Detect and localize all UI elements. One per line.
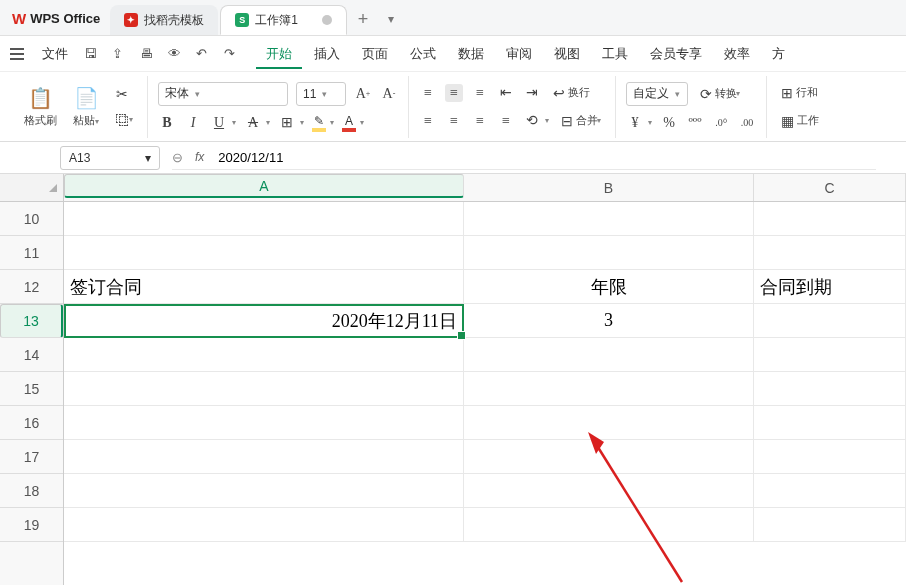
col-header-A[interactable]: A — [64, 174, 464, 198]
align-left-button[interactable]: ≡ — [419, 112, 437, 130]
cell[interactable] — [464, 474, 754, 507]
grow-font-button[interactable]: A+ — [354, 85, 372, 103]
col-header-B[interactable]: B — [464, 174, 754, 201]
row-header[interactable]: 19 — [0, 508, 63, 542]
row-header[interactable]: 18 — [0, 474, 63, 508]
cancel-formula-icon[interactable]: ⊖ — [172, 150, 183, 165]
col-header-C[interactable]: C — [754, 174, 906, 201]
align-bottom-button[interactable]: ≡ — [471, 84, 489, 102]
cell[interactable] — [64, 440, 464, 473]
number-format-select[interactable]: 自定义▾ — [626, 82, 688, 106]
transform-button[interactable]: ⟳转换▾ — [696, 84, 744, 104]
print-icon[interactable]: 🖶 — [140, 46, 156, 62]
border-button[interactable]: ⊞ — [278, 114, 296, 132]
row-header[interactable]: 16 — [0, 406, 63, 440]
align-right-button[interactable]: ≡ — [471, 112, 489, 130]
formula-input[interactable] — [216, 149, 876, 166]
menu-formula[interactable]: 公式 — [400, 39, 446, 69]
file-menu[interactable]: 文件 — [32, 39, 78, 69]
font-color-button[interactable]: A — [342, 114, 356, 132]
wrap-button[interactable]: ↩换行 — [549, 83, 594, 103]
cell[interactable] — [754, 338, 906, 371]
decrease-decimal-button[interactable]: .0⁰ — [712, 114, 730, 132]
cell[interactable] — [464, 372, 754, 405]
hamburger-icon[interactable] — [10, 48, 24, 60]
cell[interactable] — [64, 372, 464, 405]
cell[interactable] — [64, 202, 464, 235]
format-painter-button[interactable]: 📋 格式刷 — [20, 86, 60, 128]
cell[interactable] — [464, 236, 754, 269]
currency-button[interactable]: ¥ — [626, 114, 644, 132]
fill-color-button[interactable]: ✎ — [312, 114, 326, 132]
tab-template[interactable]: ✦ 找稻壳模板 — [110, 5, 218, 35]
menu-data[interactable]: 数据 — [448, 39, 494, 69]
row-header[interactable]: 13 — [0, 304, 63, 338]
bold-button[interactable]: B — [158, 114, 176, 132]
cell[interactable] — [64, 508, 464, 541]
strike-button[interactable]: A — [244, 114, 262, 132]
preview-icon[interactable]: 👁 — [168, 46, 184, 62]
shrink-font-button[interactable]: A- — [380, 85, 398, 103]
row-header[interactable]: 15 — [0, 372, 63, 406]
export-icon[interactable]: ⇪ — [112, 46, 128, 62]
cell[interactable] — [754, 202, 906, 235]
increase-decimal-button[interactable]: .00 — [738, 114, 756, 132]
underline-button[interactable]: U — [210, 114, 228, 132]
menu-efficiency[interactable]: 效率 — [714, 39, 760, 69]
comma-button[interactable]: ººº — [686, 114, 704, 132]
cell[interactable] — [754, 406, 906, 439]
menu-start[interactable]: 开始 — [256, 39, 302, 69]
cell[interactable] — [754, 440, 906, 473]
row-header[interactable]: 12 — [0, 270, 63, 304]
indent-right-button[interactable]: ⇥ — [523, 84, 541, 102]
cell[interactable]: 年限 — [464, 270, 754, 303]
menu-insert[interactable]: 插入 — [304, 39, 350, 69]
align-center-button[interactable]: ≡ — [445, 112, 463, 130]
new-tab-button[interactable]: + — [349, 5, 377, 33]
cell[interactable] — [464, 338, 754, 371]
cell[interactable] — [64, 236, 464, 269]
menu-view[interactable]: 视图 — [544, 39, 590, 69]
menu-review[interactable]: 审阅 — [496, 39, 542, 69]
copy-button[interactable]: ⿻▾ — [112, 110, 137, 130]
tab-close-icon[interactable] — [322, 15, 332, 25]
menu-page[interactable]: 页面 — [352, 39, 398, 69]
align-top-button[interactable]: ≡ — [419, 84, 437, 102]
cut-button[interactable]: ✂ — [112, 84, 137, 104]
cell[interactable]: 合同到期 — [754, 270, 906, 303]
cell[interactable] — [754, 372, 906, 405]
align-justify-button[interactable]: ≡ — [497, 112, 515, 130]
menu-member[interactable]: 会员专享 — [640, 39, 712, 69]
paste-button[interactable]: 📄 粘贴 ▾ — [66, 86, 106, 128]
select-all-corner[interactable] — [0, 174, 64, 202]
fx-icon[interactable]: fx — [195, 150, 204, 164]
cell[interactable] — [64, 474, 464, 507]
cell[interactable] — [464, 202, 754, 235]
row-header[interactable]: 11 — [0, 236, 63, 270]
worksheet-button[interactable]: ▦工作 — [777, 111, 823, 131]
menu-more[interactable]: 方 — [762, 39, 795, 69]
cell[interactable] — [64, 406, 464, 439]
cell[interactable] — [754, 474, 906, 507]
undo-icon[interactable]: ↶ — [196, 46, 212, 62]
orientation-button[interactable]: ⟲ — [523, 112, 541, 130]
font-size-select[interactable]: 11▾ — [296, 82, 346, 106]
rowcol-button[interactable]: ⊞行和 — [777, 83, 823, 103]
cell[interactable] — [754, 508, 906, 541]
save-icon[interactable]: 🖫 — [84, 46, 100, 62]
cell[interactable]: 3 — [464, 304, 754, 337]
cells-area[interactable]: 签订合同 年限 合同到期 2020年12月11日 3 — [64, 202, 906, 585]
name-box[interactable]: A13 ▾ — [60, 146, 160, 170]
row-header[interactable]: 14 — [0, 338, 63, 372]
menu-tools[interactable]: 工具 — [592, 39, 638, 69]
tab-menu-button[interactable]: ▾ — [377, 5, 405, 33]
row-header[interactable]: 10 — [0, 202, 63, 236]
tab-workbook[interactable]: S 工作簿1 — [220, 5, 347, 35]
cell[interactable] — [754, 236, 906, 269]
cell[interactable] — [464, 440, 754, 473]
cell[interactable] — [754, 304, 906, 337]
align-middle-button[interactable]: ≡ — [445, 84, 463, 102]
indent-left-button[interactable]: ⇤ — [497, 84, 515, 102]
cell[interactable] — [64, 338, 464, 371]
redo-icon[interactable]: ↷ — [224, 46, 240, 62]
